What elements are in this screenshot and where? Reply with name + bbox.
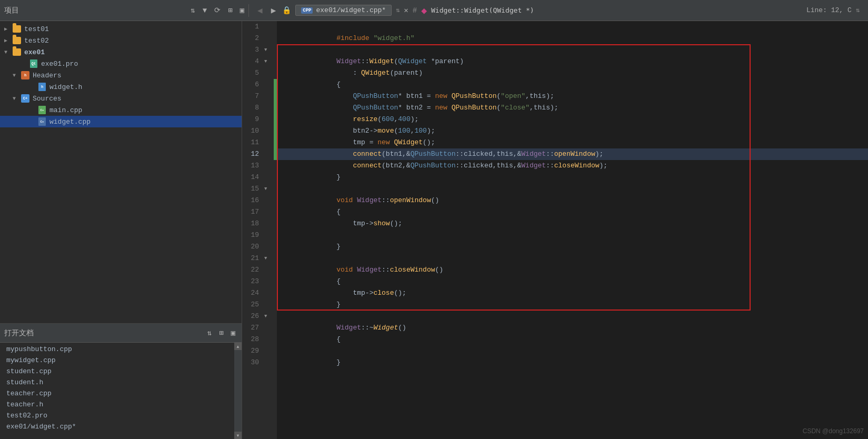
file-icon-pro: Qt	[28, 59, 39, 68]
bottom-view-icon[interactable]: ▣	[229, 327, 237, 338]
open-docs-title: 打开文档	[4, 328, 34, 338]
tree-label-exe01pro: exe01.pro	[41, 60, 78, 68]
main-area: ▶ test01 ▶ test02 ▼ exe01	[0, 21, 868, 439]
breadcrumb: Widget::Widget(QWidget *)	[431, 6, 534, 14]
doc-item-teacher-cpp[interactable]: teacher.cpp	[0, 388, 234, 399]
tree-arrow-test01: ▶	[4, 26, 12, 32]
tree-arrow-test02: ▶	[4, 37, 12, 44]
code-line-6: QPushButton* btn1 = new QPushButton("ope…	[277, 79, 868, 91]
folder-icon-exe01	[12, 48, 22, 56]
code-line-14	[277, 172, 868, 183]
tree-label-maincpp: main.cpp	[49, 106, 82, 114]
code-scroll[interactable]: #include "widget.h" Widget::Widget(QWidg…	[277, 21, 868, 439]
sidebar: ▶ test01 ▶ test02 ▼ exe01	[0, 21, 242, 439]
file-icon-maincpp: C+	[37, 106, 47, 114]
tree-item-sources[interactable]: ▼ C+ Sources	[0, 93, 242, 104]
tree-label-sources: Sources	[33, 95, 62, 103]
toolbar-divider	[248, 4, 249, 17]
tree-item-test01[interactable]: ▶ test01	[0, 23, 242, 35]
tree-label-test02: test02	[24, 37, 49, 45]
file-tab-name: exe01/widget.cpp*	[316, 6, 386, 14]
close-tab-button[interactable]: ✕	[404, 6, 408, 15]
file-icon-h: h	[37, 83, 47, 91]
back-button[interactable]: ◀	[255, 4, 265, 17]
file-icon-widgetcpp: C+	[37, 117, 47, 126]
doc-item-teacher-h[interactable]: teacher.h	[0, 399, 234, 410]
tree-item-maincpp[interactable]: C+ main.cpp	[0, 104, 242, 116]
bottom-toolbar-icons: ⇅ ⊞ ▣	[205, 327, 237, 338]
forward-button[interactable]: ▶	[269, 4, 278, 17]
doc-item-mywidget[interactable]: mywidget.cpp	[0, 355, 234, 366]
lock-icon: 🔒	[282, 6, 291, 15]
image-icon[interactable]: ▣	[238, 5, 246, 16]
cpp-badge: CPP	[301, 7, 313, 14]
top-toolbar: 项目 ⇅ ▼ ⟳ ⊞ ▣ ◀ ▶ 🔒 CPP exe01/widget.cpp*…	[0, 0, 868, 21]
code-lines: #include "widget.h" Widget::Widget(QWidg…	[277, 21, 868, 368]
tree-item-widgetcpp[interactable]: C+ widget.cpp	[0, 116, 242, 127]
project-label: 项目	[4, 6, 19, 15]
editor-area: 1 2 3 4 5 6 7 8 9 10 11 12 13 14 15 16 1…	[242, 21, 868, 439]
line-numbers: 1 2 3 4 5 6 7 8 9 10 11 12 13 14 15 16 1…	[242, 21, 263, 439]
tree-label-exe01: exe01	[24, 48, 45, 56]
code-line-17: tmp->show();	[277, 206, 868, 218]
file-tab[interactable]: CPP exe01/widget.cpp*	[295, 5, 392, 16]
toolbar-left-icons: ⇅ ▼ ⟳ ⊞ ▣	[188, 5, 246, 16]
line-arrow[interactable]: ⇅	[856, 6, 860, 14]
code-line-26: Widget::~Widget()	[277, 311, 868, 322]
doc-item-mypushbutton[interactable]: mypushbutton.cpp	[0, 344, 234, 355]
line-info: Line: 12, C	[806, 6, 852, 14]
project-tree: ▶ test01 ▶ test02 ▼ exe01	[0, 21, 242, 323]
code-line-21: void Widget::closeWindow()	[277, 253, 868, 264]
code-line-28	[277, 334, 868, 345]
tree-arrow-exe01: ▼	[4, 49, 12, 55]
open-docs-list: mypushbutton.cpp mywidget.cpp student.cp…	[0, 343, 242, 439]
sources-icon: C+	[20, 94, 31, 103]
code-container: 1 2 3 4 5 6 7 8 9 10 11 12 13 14 15 16 1…	[242, 21, 868, 439]
folder-icon-test01	[12, 25, 22, 33]
tab-nav-arrows[interactable]: ⇅	[396, 6, 400, 14]
code-line-19: }	[277, 230, 868, 241]
tree-item-exe01[interactable]: ▼ exe01	[0, 46, 242, 58]
tree-item-widgeth[interactable]: h widget.h	[0, 81, 242, 93]
tree-label-widgeth: widget.h	[49, 83, 82, 91]
doc-item-student-h[interactable]: student.h	[0, 377, 234, 388]
link-icon[interactable]: ⟳	[212, 5, 223, 16]
bottom-add-icon[interactable]: ⊞	[217, 327, 225, 338]
code-line-1: #include "widget.h"	[277, 21, 868, 33]
code-line-23: tmp->close();	[277, 276, 868, 287]
code-line-20	[277, 241, 868, 253]
headers-icon: h	[20, 71, 31, 79]
doc-item-student-cpp[interactable]: student.cpp	[0, 366, 234, 377]
code-line-3: Widget::Widget(QWidget *parent)	[277, 44, 868, 56]
bottom-scrollbar: ▲ ▼	[234, 343, 242, 439]
code-line-30	[277, 357, 868, 368]
filter-icon[interactable]: ▼	[201, 5, 209, 16]
tree-arrow-headers: ▼	[13, 73, 20, 78]
tree-item-test02[interactable]: ▶ test02	[0, 35, 242, 46]
hash-icon: #	[413, 6, 417, 15]
folder-icon-test02	[12, 36, 22, 45]
bottom-panel: 打开文档 ⇅ ⊞ ▣ mypushbutton.cpp mywidget.cpp…	[0, 323, 242, 439]
code-line-29: }	[277, 345, 868, 357]
scroll-down-btn[interactable]: ▼	[234, 432, 242, 439]
toolbar-left: 项目 ⇅ ▼ ⟳ ⊞ ▣	[4, 5, 246, 16]
watermark: CSDN @dong132697	[803, 427, 864, 435]
doc-item-widgetcpp-open[interactable]: exe01/widget.cpp*	[0, 421, 234, 432]
scroll-up-btn[interactable]: ▲	[234, 343, 242, 350]
tree-label-test01: test01	[24, 25, 49, 33]
doc-list-items: mypushbutton.cpp mywidget.cpp student.cp…	[0, 343, 234, 439]
gutter: ▼ ▼ ▼ ▼	[263, 21, 274, 439]
sort-icon[interactable]: ⇅	[188, 5, 197, 16]
code-line-15: void Widget::openWindow()	[277, 183, 868, 195]
doc-item-test02-pro[interactable]: test02.pro	[0, 410, 234, 421]
tree-item-headers[interactable]: ▼ h Headers	[0, 69, 242, 81]
tree-label-widgetcpp: widget.cpp	[49, 118, 91, 126]
tree-item-exe01pro[interactable]: Qt exe01.pro	[0, 58, 242, 69]
code-line-25	[277, 299, 868, 311]
bottom-sort-icon[interactable]: ⇅	[205, 327, 214, 338]
diamond-icon: ◆	[421, 5, 427, 16]
add-icon[interactable]: ⊞	[226, 5, 234, 16]
tree-label-headers: Headers	[33, 72, 62, 79]
bottom-toolbar: 打开文档 ⇅ ⊞ ▣	[0, 324, 242, 343]
toolbar-right: ◀ ▶ 🔒 CPP exe01/widget.cpp* ⇅ ✕ # ◆ Widg…	[251, 4, 864, 17]
